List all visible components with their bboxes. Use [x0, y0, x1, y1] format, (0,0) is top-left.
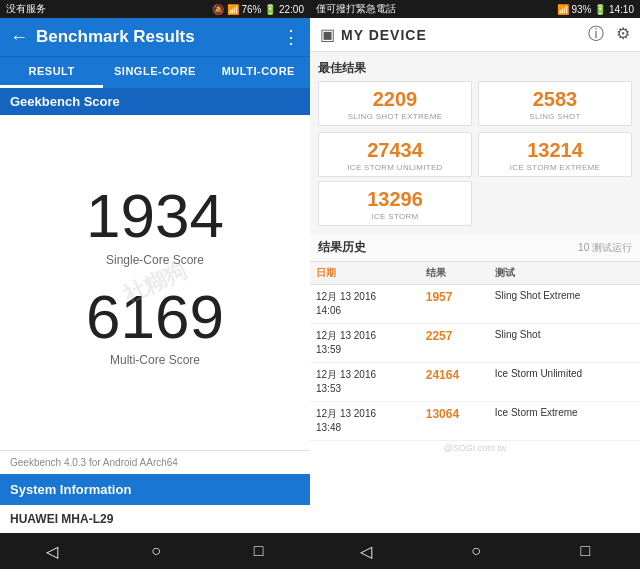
date-cell: 12月 13 201613:53 — [310, 363, 420, 402]
history-label: 结果历史 — [318, 239, 366, 256]
geekbench-section-header: Geekbench Score — [0, 88, 310, 115]
geekbench-footer: Geekbench 4.0.3 for Android AArch64 — [0, 450, 310, 474]
score-value: 27434 — [325, 139, 465, 162]
table-row: 12月 13 201613:59 2257 Sling Shot — [310, 324, 640, 363]
page-title: Benchmark Results — [36, 27, 274, 47]
sogi-watermark: @SOGI.com.tw — [310, 441, 640, 455]
test-cell: Sling Shot — [489, 324, 640, 363]
settings-icon[interactable]: ⚙ — [616, 24, 630, 45]
single-core-label: Single-Core Score — [106, 253, 204, 267]
history-header: 结果历史 10 测试运行 — [310, 234, 640, 262]
result-cell: 2257 — [420, 324, 489, 363]
home-nav-button[interactable]: ○ — [135, 538, 177, 564]
test-cell: Sling Shot Extreme — [489, 285, 640, 324]
score-area: 1934 Single-Core Score 6169 Multi-Core S… — [0, 115, 310, 450]
date-cell: 12月 13 201614:06 — [310, 285, 420, 324]
score-value: 13214 — [485, 139, 625, 162]
col-result: 结果 — [420, 262, 489, 285]
score-tile-sling-shot: 2583 SLING SHOT — [478, 81, 632, 126]
back-nav-button[interactable]: ◁ — [30, 538, 74, 565]
recents-nav-button-right[interactable]: □ — [565, 538, 607, 564]
test-cell: Ice Storm Unlimited — [489, 363, 640, 402]
score-label: ICE STORM — [325, 212, 465, 221]
score-value: 13296 — [325, 188, 465, 211]
info-icon[interactable]: ⓘ — [588, 24, 604, 45]
score-value: 2583 — [485, 88, 625, 111]
score-label: ICE STORM EXTREME — [485, 163, 625, 172]
history-count: 10 测试运行 — [578, 241, 632, 255]
left-panel: ← Benchmark Results ⋮ RESULT SINGLE-CORE… — [0, 18, 310, 533]
score-tile-ice-storm-extreme: 13214 ICE STORM EXTREME — [478, 132, 632, 177]
status-bar-left: 没有服务 🔕 📶 76% 🔋 22:00 — [0, 0, 310, 18]
bottom-nav-right: ◁ ○ □ — [310, 533, 640, 569]
status-icons-right: 📶 93% 🔋 14:10 — [557, 4, 634, 15]
home-nav-button-right[interactable]: ○ — [455, 538, 497, 564]
col-date: 日期 — [310, 262, 420, 285]
multi-core-label: Multi-Core Score — [110, 353, 200, 367]
right-header: ▣ MY DEVICE ⓘ ⚙ — [310, 18, 640, 52]
table-row: 12月 13 201613:48 13064 Ice Storm Extreme — [310, 402, 640, 441]
device-info: HUAWEI MHA-L29 — [0, 505, 310, 533]
tabs-bar: RESULT SINGLE-CORE MULTI-CORE — [0, 56, 310, 88]
table-row: 12月 13 201613:53 24164 Ice Storm Unlimit… — [310, 363, 640, 402]
back-icon[interactable]: ← — [10, 27, 28, 48]
carrier-right: 僅可撥打緊急電話 — [316, 2, 396, 16]
result-cell: 13064 — [420, 402, 489, 441]
system-info-bar: System Information — [0, 474, 310, 505]
result-cell: 1957 — [420, 285, 489, 324]
tab-multi-core[interactable]: MULTI-CORE — [207, 57, 310, 88]
bottom-nav: ◁ ○ □ ◁ ○ □ — [0, 533, 640, 569]
tab-single-core[interactable]: SINGLE-CORE — [103, 57, 206, 88]
score-tile-ice-storm-unlimited: 27434 ICE STORM UNLIMITED — [318, 132, 472, 177]
score-label: SLING SHOT EXTREME — [325, 112, 465, 121]
score-value: 2209 — [325, 88, 465, 111]
left-header: ← Benchmark Results ⋮ — [0, 18, 310, 56]
score-tile-sling-shot-extreme: 2209 SLING SHOT EXTREME — [318, 81, 472, 126]
tab-result[interactable]: RESULT — [0, 57, 103, 88]
multi-core-score: 6169 — [86, 283, 224, 351]
best-results-section: 最佳结果 2209 SLING SHOT EXTREME 2583 SLING … — [310, 52, 640, 234]
result-cell: 24164 — [420, 363, 489, 402]
recents-nav-button[interactable]: □ — [238, 538, 280, 564]
scores-grid: 2209 SLING SHOT EXTREME 2583 SLING SHOT … — [318, 81, 632, 177]
header-icons: ⓘ ⚙ — [588, 24, 630, 45]
table-row: 12月 13 201614:06 1957 Sling Shot Extreme — [310, 285, 640, 324]
history-section: 结果历史 10 测试运行 日期 结果 测试 12月 13 201614:06 1… — [310, 234, 640, 533]
status-icons-left: 🔕 📶 76% 🔋 22:00 — [212, 4, 304, 15]
history-table: 日期 结果 测试 12月 13 201614:06 1957 Sling Sho… — [310, 262, 640, 441]
right-panel: ▣ MY DEVICE ⓘ ⚙ 最佳结果 2209 SLING SHOT EXT… — [310, 18, 640, 533]
device-icon: ▣ — [320, 25, 335, 44]
date-cell: 12月 13 201613:48 — [310, 402, 420, 441]
single-core-score: 1934 — [86, 182, 224, 250]
bottom-nav-left: ◁ ○ □ — [0, 533, 310, 569]
col-test: 测试 — [489, 262, 640, 285]
carrier-left: 没有服务 — [6, 2, 46, 16]
score-tile-ice-storm: 13296 ICE STORM — [318, 181, 472, 226]
back-nav-button-right[interactable]: ◁ — [344, 538, 388, 565]
more-icon[interactable]: ⋮ — [282, 26, 300, 48]
my-device-title: MY DEVICE — [341, 27, 582, 43]
best-results-label: 最佳结果 — [318, 56, 632, 81]
score-label: SLING SHOT — [485, 112, 625, 121]
status-bar-right: 僅可撥打緊急電話 📶 93% 🔋 14:10 — [310, 0, 640, 18]
test-cell: Ice Storm Extreme — [489, 402, 640, 441]
score-label: ICE STORM UNLIMITED — [325, 163, 465, 172]
date-cell: 12月 13 201613:59 — [310, 324, 420, 363]
